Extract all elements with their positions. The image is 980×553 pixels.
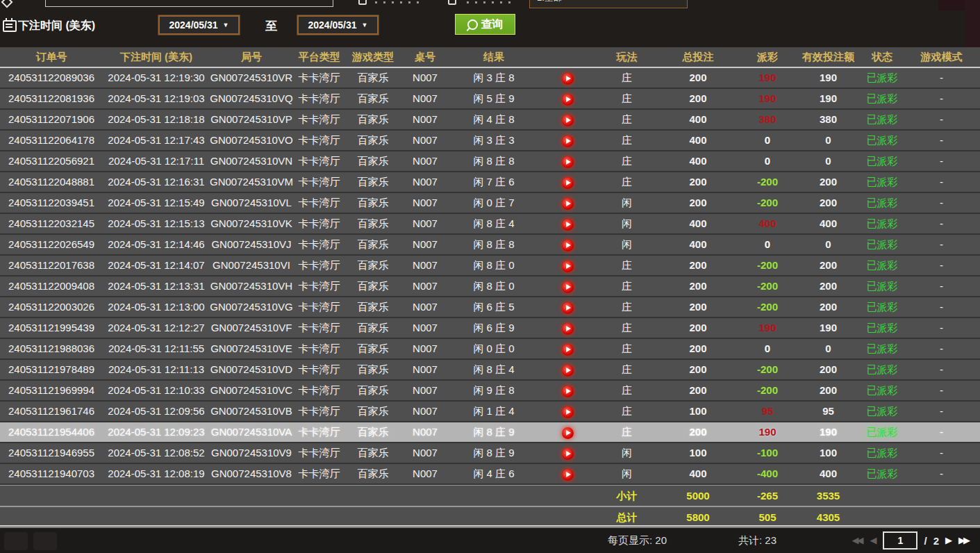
- cell-result: 闲 8 庄 8: [449, 151, 538, 171]
- cell-platform: 卡卡湾厅: [293, 235, 345, 254]
- total-row-cell-valid: 4305: [795, 507, 861, 527]
- table-row[interactable]: 2405311220819362024-05-31 12:19:03GN0072…: [0, 89, 980, 110]
- cell-mode: -: [903, 151, 980, 171]
- table-bottom-border: [0, 525, 980, 527]
- table-row[interactable]: 2405311219469552024-05-31 12:08:52GN0072…: [0, 443, 980, 464]
- table-row[interactable]: 2405311220176382024-05-31 12:14:07GN0072…: [0, 256, 980, 276]
- subtotal-row-cell-bet: 5000: [656, 486, 740, 506]
- replay-icon[interactable]: [562, 115, 574, 126]
- cell-payout: 95: [740, 402, 795, 421]
- table-row[interactable]: 2405311220488812024-05-31 12:16:31GN0072…: [0, 172, 980, 193]
- filter-text-input[interactable]: [45, 0, 333, 7]
- first-page-button[interactable]: ◀◀: [852, 531, 863, 550]
- date-to-select[interactable]: 2024/05/31 ▼: [297, 15, 379, 35]
- table-row[interactable]: 2405311219407032024-05-31 12:08:19GN0072…: [0, 464, 980, 485]
- cell-game: 百家乐: [345, 256, 401, 275]
- cell-mode: -: [903, 443, 980, 463]
- replay-icon[interactable]: [562, 302, 574, 314]
- cell-round: GN007245310VL: [210, 193, 293, 213]
- table-row[interactable]: 2405311219784892024-05-31 12:11:13GN0072…: [0, 360, 980, 381]
- replay-icon[interactable]: [562, 386, 574, 397]
- table-row[interactable]: 2405311220030262024-05-31 12:13:00GN0072…: [0, 297, 980, 318]
- table-row[interactable]: 2405311220394512024-05-31 12:15:49GN0072…: [0, 193, 980, 214]
- table-row[interactable]: 2405311220265492024-05-31 12:14:46GN0072…: [0, 235, 980, 256]
- cell-platform: 卡卡湾厅: [293, 214, 345, 233]
- cell-status: 已派彩: [861, 422, 903, 442]
- cell-table: N007: [401, 339, 449, 358]
- replay-icon[interactable]: [562, 323, 574, 335]
- replay-icon[interactable]: [562, 281, 574, 293]
- cell-status: 已派彩: [861, 381, 903, 400]
- cell-platform: 卡卡湾厅: [293, 318, 345, 338]
- replay-icon[interactable]: [562, 177, 574, 189]
- cell-play: 庄: [597, 402, 656, 421]
- table-row[interactable]: 2405311220719062024-05-31 12:18:18GN0072…: [0, 110, 980, 131]
- table-row[interactable]: 2405311220569212024-05-31 12:17:11GN0072…: [0, 151, 980, 172]
- cell-game: 百家乐: [345, 214, 401, 233]
- table-row[interactable]: 2405311220094082024-05-31 12:13:31GN0072…: [0, 276, 980, 297]
- cell-play: 庄: [597, 297, 656, 317]
- replay-icon[interactable]: [562, 219, 574, 231]
- cell-result: 闲 0 庄 7: [449, 193, 538, 213]
- cell-order: 240531122026549: [0, 235, 103, 254]
- cell-table: N007: [401, 443, 449, 463]
- cell-result: 闲 6 庄 9: [449, 318, 538, 338]
- cell-play: 庄: [597, 360, 656, 379]
- cell-payout: -200: [740, 256, 795, 275]
- cell-time: 2024-05-31 12:11:55: [103, 339, 210, 358]
- column-header-13: 游戏模式: [903, 47, 980, 67]
- replay-icon[interactable]: [562, 240, 574, 251]
- cell-valid: 190: [795, 68, 861, 88]
- prev-page-button[interactable]: ◀: [870, 531, 877, 550]
- replay-icon[interactable]: [562, 427, 574, 439]
- cell-platform: 卡卡湾厅: [293, 172, 345, 192]
- replay-icon[interactable]: [562, 135, 574, 147]
- cell-order: 240531121954406: [0, 422, 103, 442]
- page-number-input[interactable]: [883, 531, 917, 550]
- cell-time: 2024-05-31 12:14:07: [103, 256, 210, 275]
- cell-mode: -: [903, 172, 980, 192]
- replay-icon[interactable]: [562, 365, 574, 377]
- filter-dropdown-value: 1.全部: [537, 0, 563, 8]
- cell-payout: -200: [740, 172, 795, 192]
- cell-game: 百家乐: [345, 89, 401, 108]
- cell-result: 闲 4 庄 8: [449, 110, 538, 129]
- table-row[interactable]: 2405311219954392024-05-31 12:12:27GN0072…: [0, 318, 980, 339]
- cell-bet: 400: [656, 151, 740, 171]
- last-page-button[interactable]: ▶▶: [958, 531, 970, 550]
- replay-icon[interactable]: [562, 156, 574, 168]
- cell-order: 240531121978489: [0, 360, 103, 379]
- table-row[interactable]: 2405311219617462024-05-31 12:09:56GN0072…: [0, 402, 980, 422]
- column-header-8: 玩法: [597, 47, 656, 67]
- query-button[interactable]: 查询: [455, 14, 515, 35]
- cell-play: 庄: [597, 131, 656, 150]
- bet-history-table: 订单号下注时间 (美东)局号平台类型游戏类型桌号结果玩法总投注派彩有效投注额状态…: [0, 47, 980, 528]
- replay-icon[interactable]: [562, 344, 574, 356]
- filter-dropdown[interactable]: 1.全部 ▼: [529, 0, 688, 8]
- cell-time: 2024-05-31 12:19:30: [103, 68, 210, 88]
- replay-icon[interactable]: [562, 448, 574, 460]
- table-row[interactable]: 2405311219699942024-05-31 12:10:33GN0072…: [0, 381, 980, 402]
- replay-icon[interactable]: [562, 94, 574, 106]
- replay-icon[interactable]: [562, 261, 574, 272]
- table-row[interactable]: 2405311220890362024-05-31 12:19:30GN0072…: [0, 68, 980, 89]
- subtotal-row-cell-platform: [293, 486, 345, 506]
- cell-result: 闲 8 庄 0: [449, 276, 538, 296]
- replay-icon[interactable]: [562, 469, 574, 481]
- table-row[interactable]: 2405311219544062024-05-31 12:09:23GN0072…: [0, 422, 980, 443]
- cell-time: 2024-05-31 12:19:03: [103, 89, 210, 108]
- date-from-select[interactable]: 2024/05/31 ▼: [158, 15, 240, 35]
- replay-icon[interactable]: [562, 406, 574, 418]
- replay-icon[interactable]: [562, 73, 574, 85]
- table-row[interactable]: 2405311219880362024-05-31 12:11:55GN0072…: [0, 339, 980, 360]
- table-row[interactable]: 2405311220641782024-05-31 12:17:43GN0072…: [0, 131, 980, 151]
- table-row[interactable]: 2405311220321452024-05-31 12:15:13GN0072…: [0, 214, 980, 235]
- cell-round: GN007245310VN: [210, 151, 293, 171]
- cell-platform: 卡卡湾厅: [293, 422, 345, 442]
- cell-mode: -: [903, 235, 980, 254]
- cell-play: 闲: [597, 464, 656, 484]
- cell-round: GN007245310VR: [210, 68, 293, 88]
- cell-order: 240531122048881: [0, 172, 103, 192]
- replay-icon[interactable]: [562, 198, 574, 210]
- next-page-button[interactable]: ▶: [945, 531, 952, 550]
